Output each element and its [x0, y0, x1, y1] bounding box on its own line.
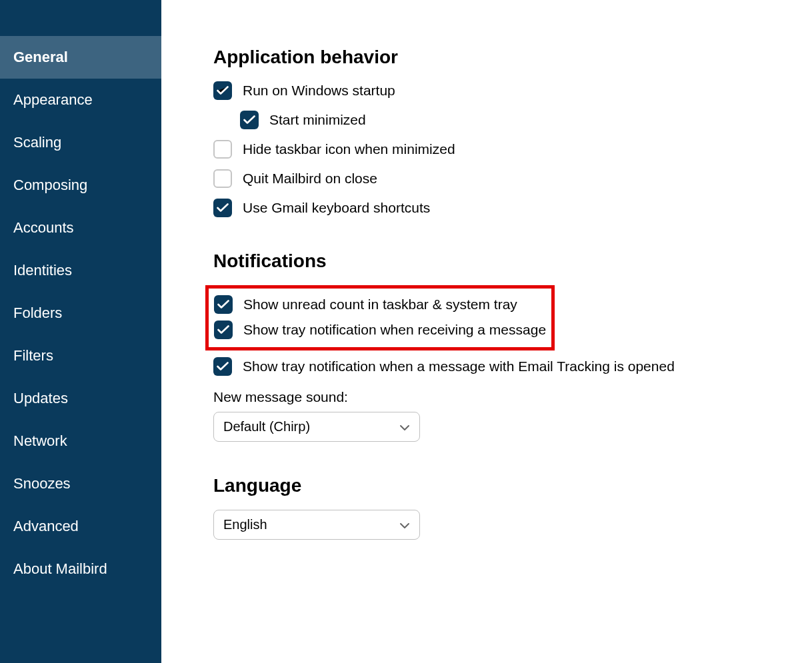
checkbox-email-tracking[interactable]	[213, 357, 232, 376]
checkbox-label: Start minimized	[269, 112, 366, 128]
sidebar-item-identities[interactable]: Identities	[0, 249, 161, 292]
section-title-notifications: Notifications	[213, 251, 785, 272]
section-language: Language English	[213, 475, 785, 540]
sidebar-item-composing[interactable]: Composing	[0, 164, 161, 207]
check-icon	[217, 86, 229, 95]
language-select[interactable]: English	[213, 510, 420, 540]
checkbox-row-run-startup: Run on Windows startup	[213, 81, 785, 100]
main-content: Application behavior Run on Windows star…	[161, 0, 812, 663]
checkbox-run-startup[interactable]	[213, 81, 232, 100]
sidebar-item-advanced[interactable]: Advanced	[0, 505, 161, 548]
sidebar-item-snoozes[interactable]: Snoozes	[0, 462, 161, 505]
check-icon	[243, 115, 255, 125]
check-icon	[217, 300, 229, 309]
sidebar-item-accounts[interactable]: Accounts	[0, 207, 161, 249]
check-icon	[217, 325, 229, 334]
checkbox-label: Hide taskbar icon when minimized	[243, 141, 455, 157]
checkbox-hide-taskbar[interactable]	[213, 140, 232, 159]
section-notifications: Notifications Show unread count in taskb…	[213, 251, 785, 442]
chevron-down-icon	[399, 517, 410, 532]
section-title-app-behavior: Application behavior	[213, 47, 785, 68]
checkbox-unread-count[interactable]	[214, 295, 233, 314]
checkbox-gmail-shortcuts[interactable]	[213, 199, 232, 217]
sidebar-item-appearance[interactable]: Appearance	[0, 79, 161, 121]
language-select-value: English	[223, 517, 267, 532]
sidebar: General Appearance Scaling Composing Acc…	[0, 0, 161, 663]
checkbox-row-email-tracking: Show tray notification when a message wi…	[213, 357, 785, 376]
checkbox-tray-notification[interactable]	[214, 321, 233, 339]
section-title-language: Language	[213, 475, 785, 496]
checkbox-label: Run on Windows startup	[243, 83, 395, 99]
checkbox-row-start-minimized: Start minimized	[240, 111, 785, 129]
checkbox-label: Show tray notification when a message wi…	[243, 358, 675, 374]
checkbox-label: Use Gmail keyboard shortcuts	[243, 200, 430, 216]
sidebar-item-about[interactable]: About Mailbird	[0, 548, 161, 590]
checkbox-label: Show tray notification when receiving a …	[243, 322, 546, 338]
checkbox-label: Show unread count in taskbar & system tr…	[243, 297, 517, 313]
sidebar-item-folders[interactable]: Folders	[0, 292, 161, 334]
check-icon	[217, 203, 229, 213]
highlight-box: Show unread count in taskbar & system tr…	[205, 285, 555, 350]
sound-label: New message sound:	[213, 389, 785, 405]
checkbox-quit-close[interactable]	[213, 169, 232, 188]
sound-select[interactable]: Default (Chirp)	[213, 412, 420, 442]
checkbox-start-minimized[interactable]	[240, 111, 259, 129]
section-app-behavior: Application behavior Run on Windows star…	[213, 47, 785, 217]
chevron-down-icon	[399, 419, 410, 434]
sound-select-value: Default (Chirp)	[223, 419, 310, 434]
checkbox-row-hide-taskbar: Hide taskbar icon when minimized	[213, 140, 785, 159]
checkbox-row-quit-close: Quit Mailbird on close	[213, 169, 785, 188]
checkbox-row-unread-count: Show unread count in taskbar & system tr…	[214, 295, 546, 314]
checkbox-row-tray-notification: Show tray notification when receiving a …	[214, 321, 546, 339]
checkbox-label: Quit Mailbird on close	[243, 171, 377, 187]
sidebar-item-general[interactable]: General	[0, 36, 161, 79]
check-icon	[217, 362, 229, 371]
sidebar-item-updates[interactable]: Updates	[0, 377, 161, 420]
sidebar-item-scaling[interactable]: Scaling	[0, 121, 161, 164]
sidebar-item-network[interactable]: Network	[0, 420, 161, 462]
sidebar-item-filters[interactable]: Filters	[0, 334, 161, 377]
checkbox-row-gmail-shortcuts: Use Gmail keyboard shortcuts	[213, 199, 785, 217]
